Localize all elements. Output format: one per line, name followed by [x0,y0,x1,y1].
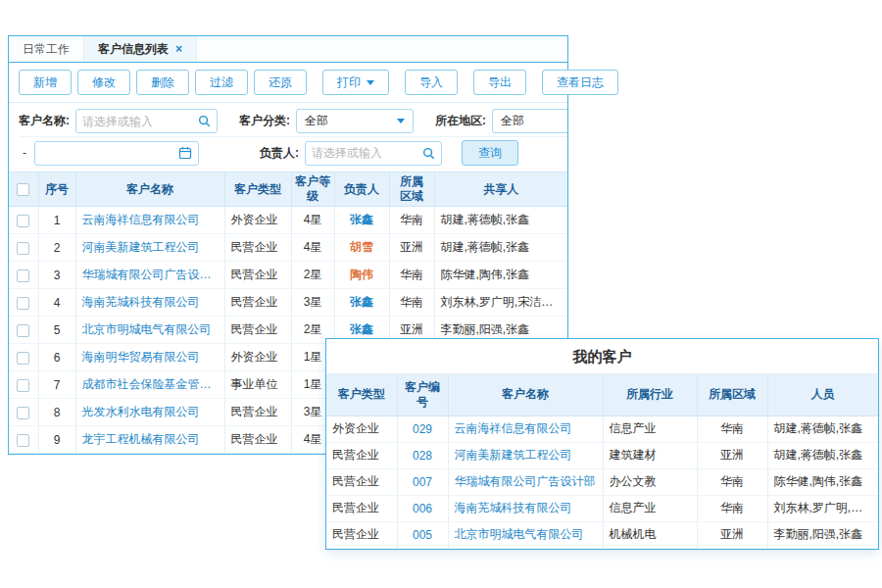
customer-name-link[interactable]: 华瑞城有限公司广告设计部 [75,262,224,289]
industry: 办公文教 [603,468,697,495]
customer-type: 民营企业 [326,468,397,495]
table-row[interactable]: 民营企业 007 华瑞城有限公司广告设计部 办公文教 华南 陈华健,陶伟,张鑫 [326,468,878,495]
customer-name-link[interactable]: 海南芜城科技有限公司 [75,289,224,317]
checkbox-cell [9,344,38,371]
export-button[interactable]: 导出 [473,70,526,95]
row-checkbox[interactable] [17,379,29,392]
customer-code-link[interactable]: 006 [397,495,448,521]
customer-type: 民营企业 [326,495,397,521]
category-value: 全部 [305,113,328,129]
region: 华南 [389,289,434,317]
customer-code-link[interactable]: 005 [397,521,448,548]
region: 华南 [697,416,767,442]
date-range-separator: - [23,146,26,160]
row-index: 7 [38,371,75,399]
customer-name-link[interactable]: 云南海祥信息有限公司 [448,416,603,442]
customer-code-link[interactable]: 029 [397,416,448,442]
table-row[interactable]: 民营企业 028 河南美新建筑工程公司 建筑建材 亚洲 胡建,蒋德帧,张鑫 [326,442,878,468]
search-icon[interactable] [198,115,211,127]
table-row[interactable]: 民营企业 005 北京市明城电气有限公司 机械机电 亚洲 李勤丽,阳强,张鑫 [326,521,878,548]
close-icon[interactable]: × [175,42,182,56]
view-log-button[interactable]: 查看日志 [542,70,618,95]
checkbox-cell [9,426,38,454]
owner-link[interactable]: 张鑫 [334,289,389,317]
header-people: 人员 [767,374,878,416]
checkbox-cell [9,207,38,234]
checkbox-cell [9,371,38,399]
table-row[interactable]: 民营企业 006 海南芜城科技有限公司 信息产业 华南 刘东林,罗广明,宋洁然.… [326,495,878,521]
caret-down-icon [367,80,374,85]
delete-button[interactable]: 删除 [136,70,189,95]
industry: 机械机电 [603,521,697,548]
people: 胡建,蒋德帧,张鑫 [767,442,878,468]
table-row[interactable]: 3 华瑞城有限公司广告设计部 民营企业 2星 陶伟 华南 陈华健,陶伟,张鑫 [9,262,567,289]
region: 华南 [389,207,434,234]
query-button[interactable]: 查询 [462,140,518,166]
row-index: 4 [38,289,75,317]
table-header-row: 客户类型 客户编号 客户名称 所属行业 所属区域 人员 [326,374,878,416]
import-button[interactable]: 导入 [405,70,458,95]
industry: 建筑建材 [603,442,697,468]
select-all-cell [9,172,38,207]
header-owner: 负责人 [334,172,389,207]
filter-button[interactable]: 过滤 [195,70,248,95]
row-checkbox[interactable] [17,215,29,227]
row-checkbox[interactable] [17,297,29,310]
restore-button[interactable]: 还原 [254,70,307,95]
owner-link[interactable]: 陶伟 [334,262,389,289]
calendar-icon[interactable] [178,146,192,160]
header-no: 序号 [38,172,75,207]
search-icon[interactable] [422,147,435,160]
print-button[interactable]: 打印 [322,70,389,95]
region-select[interactable]: 全部 [492,109,567,133]
customer-type: 民营企业 [224,289,291,317]
customer-name-link[interactable]: 海南明华贸易有限公司 [75,344,224,371]
customer-name-link[interactable]: 龙宇工程机械有限公司 [75,426,224,454]
add-button[interactable]: 新增 [19,70,72,95]
tab-daily-work[interactable]: 日常工作 [9,36,84,62]
table-header-row: 序号 客户名称 客户类型 客户等级 负责人 所属区域 共享人 [9,172,567,207]
my-customers-table: 客户类型 客户编号 客户名称 所属行业 所属区域 人员 外资企业 029 云南海… [326,374,878,549]
customer-name-link[interactable]: 北京市明城电气有限公司 [448,521,603,548]
shared-people: 胡建,蒋德帧,张鑫 [434,234,567,262]
row-checkbox[interactable] [17,434,29,447]
table-row[interactable]: 外资企业 029 云南海祥信息有限公司 信息产业 华南 胡建,蒋德帧,张鑫 [326,416,878,442]
customer-code-link[interactable]: 028 [397,442,448,468]
customer-level: 4星 [291,207,334,234]
tab-customer-list[interactable]: 客户信息列表 × [84,36,197,62]
customer-name-link[interactable]: 北京市明城电气有限公司 [75,317,224,344]
customer-name-link[interactable]: 成都市社会保险基金管理... [75,371,224,399]
shared-people: 陈华健,陶伟,张鑫 [434,262,567,289]
customer-name-input[interactable] [82,115,198,128]
customer-name-link[interactable]: 河南美新建筑工程公司 [448,442,603,468]
customer-name-link[interactable]: 华瑞城有限公司广告设计部 [448,468,603,495]
edit-button[interactable]: 修改 [77,70,130,95]
row-checkbox[interactable] [17,324,29,337]
customer-name-link[interactable]: 海南芜城科技有限公司 [448,495,603,521]
customer-name-label: 客户名称: [19,113,70,129]
table-row[interactable]: 1 云南海祥信息有限公司 外资企业 4星 张鑫 华南 胡建,蒋德帧,张鑫 [9,207,567,234]
customer-name-link[interactable]: 云南海祥信息有限公司 [75,207,224,234]
select-all-checkbox[interactable] [17,183,29,196]
table-row[interactable]: 2 河南美新建筑工程公司 民营企业 4星 胡雪 亚洲 胡建,蒋德帧,张鑫 [9,234,567,262]
customer-code-link[interactable]: 007 [397,468,448,495]
owner-link[interactable]: 胡雪 [334,234,389,262]
date-input[interactable] [41,146,178,160]
category-select[interactable]: 全部 [296,109,414,133]
checkbox-cell [9,234,38,262]
row-checkbox[interactable] [17,242,29,255]
header-shared: 共享人 [434,172,567,207]
row-checkbox[interactable] [17,352,29,365]
region: 华南 [697,468,767,495]
row-checkbox[interactable] [17,407,29,419]
row-checkbox[interactable] [17,270,29,282]
table-row[interactable]: 4 海南芜城科技有限公司 民营企业 3星 张鑫 华南 刘东林,罗广明,宋洁然,张… [9,289,567,317]
customer-name-link[interactable]: 光发水利水电有限公司 [75,399,224,426]
customer-level: 4星 [291,234,334,262]
owner-input[interactable] [312,146,422,160]
people: 陈华健,陶伟,张鑫 [767,468,878,495]
people: 刘东林,罗广明,宋洁然... [767,495,878,521]
customer-name-link[interactable]: 河南美新建筑工程公司 [75,234,224,262]
row-index: 1 [38,207,75,234]
owner-link[interactable]: 张鑫 [334,207,389,234]
